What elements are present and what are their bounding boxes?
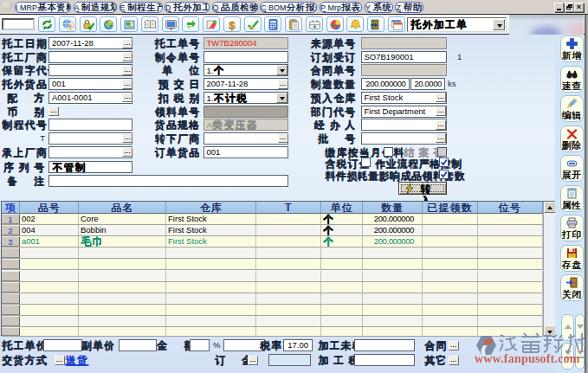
- svg-text:$: $: [229, 19, 236, 32]
